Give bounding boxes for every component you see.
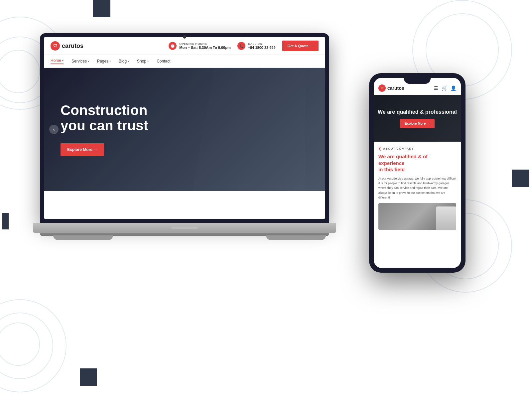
opening-hours-text: OPENING HOURS Mon – Sat: 8.30Am To 9.00p… [179,42,230,50]
site-logo-text: carutos [62,43,83,50]
phone-device: 🛡 carutos ☰ 🛒 👤 We are qualified & profe… [369,73,466,279]
cart-icon[interactable]: 🛒 [442,85,447,91]
phone-notch [404,78,431,84]
hero-title: Construction you can trust [61,103,148,133]
user-icon[interactable]: 👤 [451,85,456,91]
call-us-value: +84 1800 33 999 [248,46,276,50]
phone-image-preview [378,203,456,230]
opening-hours-value: Mon – Sat: 8.30Am To 9.00pm [179,46,230,50]
phone-logo-icon: 🛡 [378,84,386,92]
decorative-square-right [512,170,529,187]
decorative-square-top [93,0,110,17]
laptop-base [33,223,336,233]
phone-about-description: At our AutoService garage, we fully appr… [378,176,456,200]
nav-item-contact[interactable]: Contact [157,59,170,64]
site-header-top: 🛡 carutos 🕐 OPENING HOURS Mon – Sat: 8.3… [44,37,325,55]
phone-worker-image [436,206,456,230]
logo-shield-icon: 🛡 [51,41,60,51]
phone-about-label: ❮ ABOUT COMPANY [378,146,456,151]
laptop-screen: 🛡 carutos 🕐 OPENING HOURS Mon – Sat: 8.3… [44,37,325,219]
phone-about-tag: ABOUT COMPANY [383,147,414,150]
decorative-square-bottom [80,368,97,386]
clock-icon: 🕐 [169,42,177,50]
nav-item-home[interactable]: Home ▾ [51,58,64,64]
nav-chevron-shop: ▾ [147,60,149,63]
nav-chevron-blog: ▾ [128,60,129,63]
phone-nav-icons: ☰ 🛒 👤 [434,85,456,91]
phone-hero-title: We are qualified & professional [378,109,457,115]
phone-logo: 🛡 carutos [378,84,404,92]
phone-explore-button[interactable]: Explore More → [400,119,435,128]
call-us-label: CALL US [248,42,276,46]
phone-about-section: ❮ ABOUT COMPANY We are qualified & ofexp… [374,142,461,234]
call-us-text: CALL US +84 1800 33 999 [248,42,276,50]
laptop-webcam [183,35,186,39]
hero-content: Construction you can trust Explore More … [44,103,165,156]
nav-item-shop[interactable]: Shop ▾ [137,59,149,64]
hero-explore-button[interactable]: Explore More → [61,143,104,156]
nav-item-pages[interactable]: Pages ▾ [97,59,111,64]
hamburger-icon[interactable]: ☰ [434,85,438,91]
hero-section: ‹ Construction you can trust Explore Mor… [44,68,325,191]
about-chevron-icon: ❮ [378,146,381,151]
phone-hero-section: We are qualified & professional Explore … [374,95,461,142]
nav-chevron-home: ▾ [62,59,64,62]
nav-item-services[interactable]: Services ▾ [71,59,89,64]
opening-hours-label: OPENING HOURS [179,42,230,46]
phone-screen: 🛡 carutos ☰ 🛒 👤 We are qualified & profe… [374,78,461,268]
nav-item-blog[interactable]: Blog ▾ [119,59,129,64]
laptop-device: 🛡 carutos 🕐 OPENING HOURS Mon – Sat: 8.3… [40,33,339,273]
site-logo: 🛡 carutos [51,41,83,51]
laptop-foot-right [266,235,326,240]
call-us-item: 📞 CALL US +84 1800 33 999 [237,42,276,50]
laptop-hinge [171,227,198,229]
opening-hours-item: 🕐 OPENING HOURS Mon – Sat: 8.30Am To 9.0… [169,42,230,50]
phone-logo-text: carutos [387,85,404,91]
phone-preview-inner [378,203,456,230]
laptop-foot-left [53,235,113,240]
site-nav: Home ▾ Services ▾ Pages ▾ Blog ▾ Shop [44,55,325,68]
phone-body: 🛡 carutos ☰ 🛒 👤 We are qualified & profe… [369,73,466,273]
phone-about-title: We are qualified & ofexperiencein this f… [378,153,456,173]
nav-chevron-pages: ▾ [109,60,111,63]
hero-prev-arrow[interactable]: ‹ [49,125,59,134]
decorative-square-left [2,213,9,229]
phone-icon: 📞 [237,42,245,50]
nav-chevron-services: ▾ [88,60,89,63]
get-quote-button[interactable]: Get A Quote → [282,41,319,51]
laptop-screen-border: 🛡 carutos 🕐 OPENING HOURS Mon – Sat: 8.3… [40,33,329,223]
site-header-info: 🕐 OPENING HOURS Mon – Sat: 8.30Am To 9.0… [169,41,319,51]
